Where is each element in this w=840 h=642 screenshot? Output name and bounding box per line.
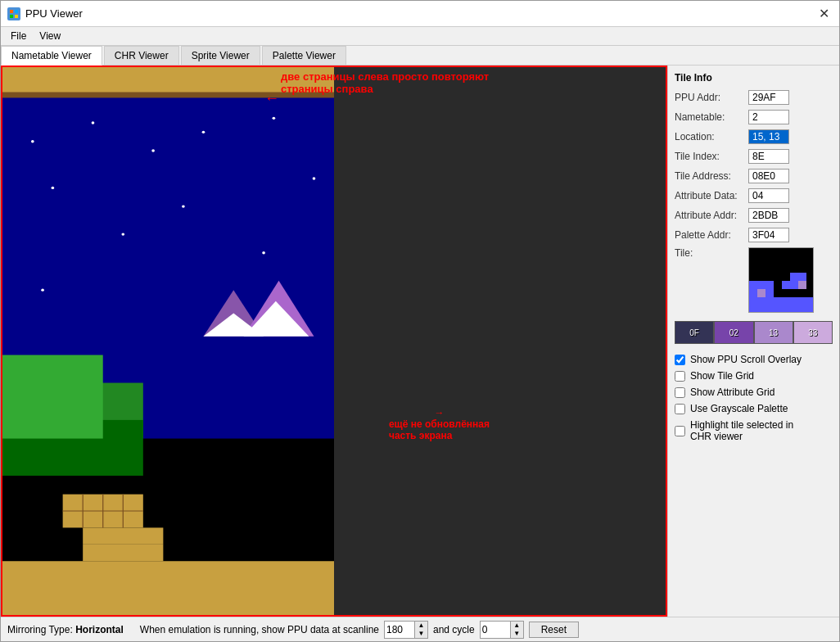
svg-point-15 xyxy=(313,177,316,179)
svg-point-10 xyxy=(151,149,155,151)
nametable-value: 2 xyxy=(748,110,789,124)
palette-addr-value: 3F04 xyxy=(748,228,789,242)
right-nametable: позиция скролла ↙ xyxy=(2,615,334,617)
tile-info-title: Tile Info xyxy=(675,72,833,84)
location-value: 15, 13 xyxy=(748,129,789,144)
attr-addr-label: Attribute Addr: xyxy=(675,210,748,221)
use-grayscale-palette[interactable] xyxy=(675,404,685,414)
svg-rect-0 xyxy=(10,10,13,13)
status-bar: Mirroring Type: Horizontal When emulatio… xyxy=(1,617,839,641)
attr-data-label: Attribute Data: xyxy=(675,190,748,201)
ppu-addr-row: PPU Addr: 29AF xyxy=(675,90,833,105)
location-row: Location: 15, 13 xyxy=(675,129,833,144)
show-ppu-scroll-overlay-label: Show PPU Scroll Overlay xyxy=(690,354,802,365)
svg-rect-75 xyxy=(798,281,806,289)
cycle-input[interactable] xyxy=(481,622,510,638)
show-ppu-scroll-overlay[interactable] xyxy=(675,355,685,365)
tile-preview-row: Tile: xyxy=(675,247,833,313)
tab-palette-viewer[interactable]: Palette Viewer xyxy=(262,46,346,65)
svg-rect-74 xyxy=(757,289,765,297)
attr-data-value: 04 xyxy=(748,188,789,203)
palette-swatch-1: 02 xyxy=(714,321,753,344)
svg-point-16 xyxy=(121,233,124,235)
cycle-down[interactable]: ▼ xyxy=(510,630,523,638)
location-label: Location: xyxy=(675,131,748,142)
svg-rect-2 xyxy=(10,15,13,18)
scanline-down[interactable]: ▼ xyxy=(414,630,427,638)
cycle-spinbox[interactable]: ▲ ▼ xyxy=(480,621,524,639)
info-panel: Tile Info PPU Addr: 29AF Nametable: 2 Lo… xyxy=(667,66,839,617)
highlight-tile-chr[interactable] xyxy=(675,426,685,436)
svg-rect-36 xyxy=(4,615,334,617)
tile-label: Tile: xyxy=(675,247,748,259)
checkbox-row-2: Show Attribute Grid xyxy=(675,387,833,398)
tab-chr-viewer[interactable]: CHR Viewer xyxy=(104,46,179,65)
show-tile-grid-label: Show Tile Grid xyxy=(690,370,754,382)
scanline-arrows: ▲ ▼ xyxy=(414,622,427,638)
svg-rect-1 xyxy=(15,10,18,13)
attr-addr-row: Attribute Addr: 2BDB xyxy=(675,208,833,223)
tile-address-label: Tile Address: xyxy=(675,170,748,182)
menu-file[interactable]: File xyxy=(4,29,33,43)
scanline-up[interactable]: ▲ xyxy=(414,622,427,630)
svg-point-9 xyxy=(92,121,95,124)
palette-swatch-3: 33 xyxy=(793,321,833,344)
tile-index-label: Tile Index: xyxy=(675,151,748,162)
show-attribute-grid-label: Show Attribute Grid xyxy=(690,387,775,398)
checkbox-row-1: Show Tile Grid xyxy=(675,370,833,382)
highlight-tile-chr-label: Highlight tile selected in CHR viewer xyxy=(690,419,793,442)
not-updated-annotation: → ещё не обновлённая часть экрана xyxy=(389,407,490,441)
main-window: PPU Viewer ✕ File View Nametable Viewer … xyxy=(0,0,840,642)
svg-rect-30 xyxy=(83,545,163,561)
tab-bar: Nametable Viewer CHR Viewer Sprite Viewe… xyxy=(1,46,839,66)
svg-rect-7 xyxy=(2,93,334,98)
ppu-addr-label: PPU Addr: xyxy=(675,92,748,103)
menu-view[interactable]: View xyxy=(33,29,67,43)
palette-addr-row: Palette Addr: 3F04 xyxy=(675,228,833,242)
attr-addr-value: 2BDB xyxy=(748,208,789,223)
svg-rect-3 xyxy=(15,15,18,18)
close-button[interactable]: ✕ xyxy=(815,6,833,21)
tab-nametable-viewer[interactable]: Nametable Viewer xyxy=(1,46,102,66)
scanline-area: When emulation is running, show PPU data… xyxy=(140,621,579,639)
viewer-area: две страницы слева просто повторяют стра… xyxy=(1,66,667,617)
tile-address-value: 08E0 xyxy=(748,169,789,183)
svg-rect-29 xyxy=(83,527,163,544)
checkbox-row-0: Show PPU Scroll Overlay xyxy=(675,354,833,365)
svg-rect-5 xyxy=(2,67,334,93)
main-content: две страницы слева просто повторяют стра… xyxy=(1,66,839,617)
use-grayscale-palette-label: Use Grayscale Palette xyxy=(690,403,788,414)
nametable-row: Nametable: 2 xyxy=(675,110,833,124)
menu-bar: File View xyxy=(1,27,839,46)
app-icon xyxy=(7,7,20,20)
show-attribute-grid[interactable] xyxy=(675,387,685,398)
svg-point-17 xyxy=(262,251,265,254)
svg-rect-31 xyxy=(2,561,334,615)
tab-sprite-viewer[interactable]: Sprite Viewer xyxy=(181,46,260,65)
cycle-up[interactable]: ▲ xyxy=(510,622,523,630)
svg-rect-26 xyxy=(2,355,103,439)
checkbox-row-4: Highlight tile selected in CHR viewer xyxy=(675,419,833,442)
tile-index-row: Tile Index: 8E xyxy=(675,149,833,164)
scanline-spinbox[interactable]: ▲ ▼ xyxy=(384,621,428,639)
tile-address-row: Tile Address: 08E0 xyxy=(675,169,833,183)
svg-rect-71 xyxy=(749,297,814,313)
attr-data-row: Attribute Data: 04 xyxy=(675,188,833,203)
left-nametable xyxy=(2,67,334,615)
scanline-label: When emulation is running, show PPU data… xyxy=(140,624,379,635)
svg-point-14 xyxy=(182,205,185,207)
window-title: PPU Viewer xyxy=(25,7,815,20)
tile-index-value: 8E xyxy=(748,149,789,164)
scanline-input[interactable] xyxy=(385,622,414,638)
checkbox-row-3: Use Grayscale Palette xyxy=(675,403,833,414)
mirroring-label: Mirroring Type: Horizontal xyxy=(7,624,124,635)
svg-point-13 xyxy=(52,187,55,189)
reset-button[interactable]: Reset xyxy=(529,622,579,638)
show-tile-grid[interactable] xyxy=(675,371,685,382)
palette-swatch-0: 0F xyxy=(675,321,714,344)
svg-point-11 xyxy=(202,131,205,133)
palette-swatch-2: 13 xyxy=(754,321,793,344)
svg-point-8 xyxy=(31,140,34,142)
title-bar: PPU Viewer ✕ xyxy=(1,1,839,27)
tile-svg xyxy=(749,248,814,313)
